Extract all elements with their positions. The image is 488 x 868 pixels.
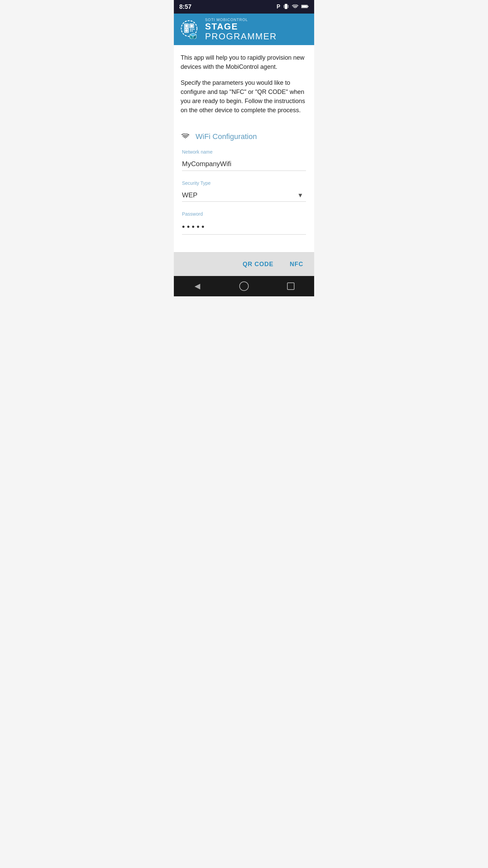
security-type-label: Security Type	[182, 180, 306, 186]
app-title-rest: PROGRAMMER	[205, 31, 277, 41]
parking-icon: P	[277, 4, 280, 10]
svg-rect-10	[190, 24, 193, 27]
svg-rect-2	[288, 5, 288, 8]
intro-text: This app will help you to rapidly provis…	[181, 53, 307, 115]
bottom-action-bar: QR CODE NFC	[174, 252, 314, 276]
network-name-label: Network name	[182, 149, 306, 155]
network-name-input[interactable]	[182, 157, 306, 171]
password-input[interactable]	[182, 219, 306, 235]
qr-code-button[interactable]: QR CODE	[239, 258, 278, 271]
svg-rect-14	[192, 29, 193, 30]
intro-paragraph-2: Specify the parameters you would like to…	[181, 78, 307, 115]
security-type-field: Security Type None WEP WPA/WPA2 PSK 802.…	[181, 180, 307, 202]
nfc-button[interactable]: NFC	[286, 258, 307, 271]
network-name-field: Network name	[181, 149, 307, 171]
wifi-status-icon	[292, 4, 299, 10]
svg-rect-12	[185, 29, 188, 32]
wifi-section-header: WiFi Configuration	[181, 132, 307, 141]
back-button[interactable]: ◀	[189, 280, 206, 292]
svg-rect-1	[284, 5, 284, 8]
security-type-dropdown-wrapper: None WEP WPA/WPA2 PSK 802.1x EAP ▼	[182, 189, 306, 202]
status-time: 8:57	[179, 3, 191, 11]
wifi-section-title: WiFi Configuration	[196, 132, 257, 141]
security-type-select[interactable]: None WEP WPA/WPA2 PSK 802.1x EAP	[182, 189, 306, 202]
svg-rect-15	[190, 30, 191, 31]
app-logo	[179, 19, 200, 40]
home-button[interactable]	[236, 280, 252, 292]
password-field: Password	[181, 211, 307, 235]
status-icons: P	[277, 3, 309, 11]
svg-rect-17	[194, 29, 195, 30]
recents-icon	[287, 282, 294, 290]
vibrate-icon	[283, 3, 289, 11]
home-icon	[239, 281, 249, 291]
wifi-section-icon	[181, 132, 190, 141]
app-title-block: SOTI MOBICONTROL STAGE PROGRAMMER	[205, 18, 309, 41]
svg-rect-4	[308, 6, 309, 7]
svg-rect-5	[302, 5, 307, 7]
status-bar: 8:57 P	[174, 0, 314, 14]
app-title-bold: STAGE	[205, 21, 238, 32]
password-label: Password	[182, 211, 306, 217]
svg-rect-13	[190, 29, 191, 30]
back-icon: ◀	[195, 282, 200, 291]
app-header: SOTI MOBICONTROL STAGE PROGRAMMER	[174, 14, 314, 45]
main-content: This app will help you to rapidly provis…	[174, 45, 314, 252]
battery-icon	[301, 4, 309, 10]
recents-button[interactable]	[282, 280, 299, 292]
intro-paragraph-1: This app will help you to rapidly provis…	[181, 53, 307, 72]
app-title: STAGE PROGRAMMER	[205, 22, 309, 41]
svg-rect-0	[285, 4, 287, 9]
svg-rect-8	[185, 24, 188, 27]
svg-rect-16	[192, 30, 193, 31]
nav-bar: ◀	[174, 276, 314, 296]
